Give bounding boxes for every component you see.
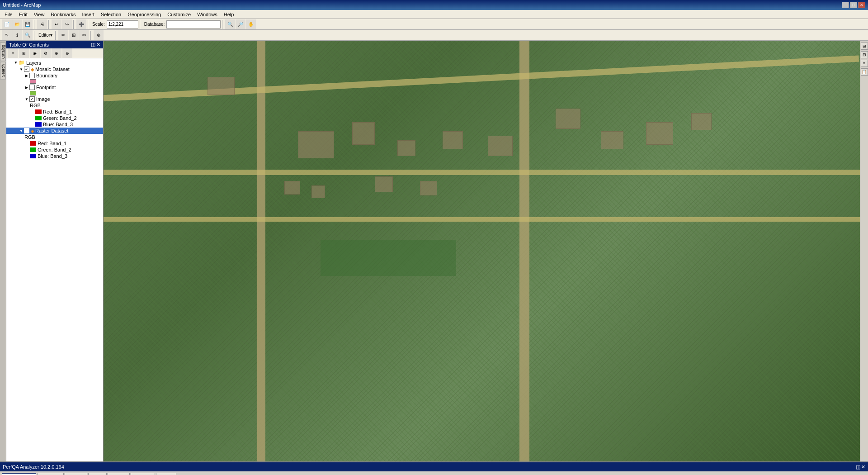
menu-geoprocessing[interactable]: Geoprocessing xyxy=(125,11,164,18)
separator xyxy=(90,31,92,40)
toc-footprint-color xyxy=(6,90,103,96)
rs-btn-4[interactable]: 📋 xyxy=(861,68,868,76)
toc-blue-band: Blue: Band_3 xyxy=(6,121,103,128)
main-layout: Catalog Search Table Of Contents ◫ ✕ ≡ ⊞… xyxy=(0,41,868,461)
toc-green-label: Green: Band_2 xyxy=(43,115,77,121)
close-button[interactable]: ✕ xyxy=(858,2,865,8)
tab-script[interactable]: Script xyxy=(65,473,87,475)
toc-tree: ▼ 📁 Layers ▼ ◆ Mosaic Dataset ▶ Boundary xyxy=(6,58,103,461)
toc-raster-dataset[interactable]: ▼ ◆ Raster Dataset xyxy=(6,128,103,134)
toc-raster-blue-label: Blue: Band_3 xyxy=(38,153,67,159)
toc-boundary-color xyxy=(6,79,103,84)
toc-check-mosaic[interactable] xyxy=(24,66,29,72)
toc-title: Table Of Contents xyxy=(9,42,49,48)
building-7 xyxy=(284,181,300,195)
print-button[interactable]: 🖨 xyxy=(37,19,47,29)
menu-bookmarks[interactable]: Bookmarks xyxy=(48,11,78,18)
toc-layers-root[interactable]: ▼ 📁 Layers xyxy=(6,59,103,66)
vtab-search[interactable]: Search xyxy=(0,62,6,80)
building-6 xyxy=(488,136,513,156)
maximize-button[interactable]: □ xyxy=(850,2,857,8)
menu-selection[interactable]: Selection xyxy=(98,11,124,18)
snapping-button[interactable]: ⊕ xyxy=(94,30,104,40)
toc-red-label: Red: Band_1 xyxy=(43,109,72,114)
editor-label: Editor▾ xyxy=(37,33,54,38)
toc-image-label: Image xyxy=(36,96,50,102)
toc-check-image[interactable] xyxy=(29,96,35,102)
zoom-out-button[interactable]: 🔎 xyxy=(236,19,245,29)
title-bar: Untitled - ArcMap _ □ ✕ xyxy=(0,0,868,10)
rs-btn-3[interactable]: ≡ xyxy=(861,60,868,67)
toc-header: Table Of Contents ◫ ✕ xyxy=(6,41,103,48)
reshape-button[interactable]: ⊞ xyxy=(69,30,79,40)
separator xyxy=(34,20,36,29)
rs-btn-1[interactable]: ⊞ xyxy=(861,43,868,50)
toc-footprint-label: Footprint xyxy=(36,85,56,90)
tab-rendering[interactable]: Rendering xyxy=(2,473,36,475)
undo-button[interactable]: ↩ xyxy=(52,19,61,29)
save-button[interactable]: 💾 xyxy=(23,19,33,29)
vtab-catalog[interactable]: Catalog xyxy=(0,43,6,61)
building-2 xyxy=(298,131,334,158)
toc-boundary[interactable]: ▶ Boundary xyxy=(6,72,103,79)
toc-layers-label: Layers xyxy=(26,60,41,66)
building-11 xyxy=(556,109,580,129)
rs-btn-2[interactable]: ⊟ xyxy=(861,51,868,58)
minimize-button[interactable]: _ xyxy=(842,2,849,8)
toc-visibility-button[interactable]: ◉ xyxy=(30,48,40,58)
toc-source-button[interactable]: ⊞ xyxy=(19,48,29,58)
toc-expand-button[interactable]: ⊕ xyxy=(52,48,61,58)
menu-help[interactable]: Help xyxy=(221,11,237,18)
sketch-button[interactable]: ✏ xyxy=(58,30,68,40)
bottom-panel-header: PerfQA Analyzer 10.2.0.164 ◫ ✕ xyxy=(0,462,868,471)
find-button[interactable]: 🔍 xyxy=(23,30,33,40)
tab-dbms[interactable]: DBMS xyxy=(131,473,155,475)
pan-button[interactable]: ✋ xyxy=(246,19,256,29)
select-button[interactable]: ↖ xyxy=(2,30,12,40)
window-controls[interactable]: _ □ ✕ xyxy=(842,2,865,8)
building-14 xyxy=(691,113,712,130)
open-button[interactable]: 📂 xyxy=(12,19,22,29)
zoom-in-button[interactable]: 🔍 xyxy=(225,19,235,29)
toc-footprint[interactable]: ▶ Footprint xyxy=(6,84,103,90)
toc-list-button[interactable]: ≡ xyxy=(8,48,18,58)
toc-mosaic-dataset[interactable]: ▼ ◆ Mosaic Dataset xyxy=(6,66,103,72)
building-3 xyxy=(352,122,375,145)
toc-rgb: RGB xyxy=(6,102,103,109)
scale-input[interactable] xyxy=(107,20,138,28)
identify-button[interactable]: ℹ xyxy=(12,30,22,40)
toc-blue-label: Blue: Band_3 xyxy=(43,122,73,127)
add-data-button[interactable]: ➕ xyxy=(76,19,86,29)
menu-bar: File Edit View Bookmarks Insert Selectio… xyxy=(0,10,868,19)
menu-windows[interactable]: Windows xyxy=(194,11,220,18)
toc-mosaic-label: Mosaic Dataset xyxy=(35,66,70,72)
toc-check-footprint[interactable] xyxy=(29,85,35,90)
tab-help[interactable]: Help xyxy=(156,473,176,475)
bottom-close-button[interactable]: ✕ xyxy=(861,464,865,470)
expand-icon: ▼ xyxy=(19,67,24,71)
map-image xyxy=(104,41,860,461)
bottom-float-button[interactable]: ◫ xyxy=(856,464,860,470)
toc-check-raster[interactable] xyxy=(24,128,29,133)
map-view[interactable] xyxy=(104,41,860,461)
menu-insert[interactable]: Insert xyxy=(79,11,97,18)
tab-log[interactable]: Log xyxy=(88,473,106,475)
green-band-swatch xyxy=(35,116,42,120)
redo-button[interactable]: ↪ xyxy=(62,19,72,29)
toc-collapse-button[interactable]: ⊖ xyxy=(62,48,72,58)
tab-extents[interactable]: Extents xyxy=(37,473,64,475)
toc-close-button[interactable]: ✕ xyxy=(96,42,100,48)
new-button[interactable]: 📄 xyxy=(2,19,12,29)
split-button[interactable]: ✂ xyxy=(79,30,89,40)
menu-file[interactable]: File xyxy=(2,11,15,18)
database-input[interactable] xyxy=(166,20,221,28)
tab-fetch[interactable]: Fetch xyxy=(108,473,130,475)
menu-view[interactable]: View xyxy=(31,11,47,18)
building-12 xyxy=(601,131,623,149)
menu-customize[interactable]: Customize xyxy=(165,11,193,18)
toc-float-button[interactable]: ◫ xyxy=(91,42,95,48)
toc-check-boundary[interactable] xyxy=(29,73,35,78)
menu-edit[interactable]: Edit xyxy=(16,11,30,18)
toc-image[interactable]: ▼ Image xyxy=(6,96,103,102)
toc-options-button[interactable]: ⚙ xyxy=(41,48,51,58)
